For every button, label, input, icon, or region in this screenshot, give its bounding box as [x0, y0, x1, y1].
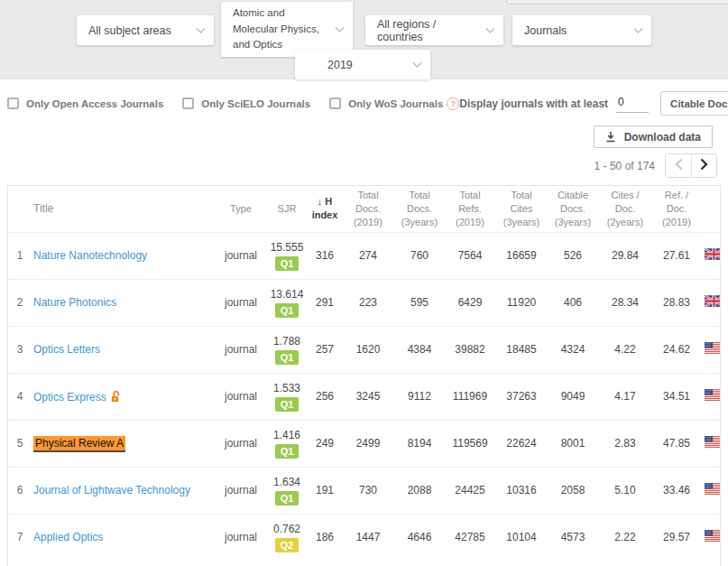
sjr-value: 13.614	[266, 288, 308, 301]
journal-link[interactable]: Optics Express	[33, 391, 106, 404]
doc-type-dropdown[interactable]: Journals	[512, 15, 651, 45]
page-range-label: 1 - 50 of 174	[594, 160, 655, 172]
pager-buttons	[665, 153, 717, 178]
cell-refs_per_doc_2019: 24.62	[652, 326, 701, 373]
cell-title: Applied Optics	[32, 514, 216, 561]
question-mark-icon[interactable]: ?	[447, 97, 459, 110]
cell-rank: 1	[8, 232, 32, 279]
column-header-flag	[701, 186, 721, 232]
display-filter-label: Display journals with at least	[459, 97, 608, 110]
table-row: 2Nature Photonicsjournal13.614Q129122359…	[8, 279, 721, 326]
cell-total_docs_3years: 760	[394, 232, 445, 279]
cell-sjr: 1.416Q1	[266, 420, 308, 467]
sjr-value: 1.533	[266, 382, 308, 394]
column-header-title[interactable]: Title	[32, 186, 216, 232]
cell-total_docs_3years: 4384	[394, 326, 445, 373]
column-header-total_docs_3years[interactable]: Total Docs. (3years)	[394, 186, 445, 232]
table-row: 3Optics Lettersjournal1.788Q125716204384…	[8, 326, 721, 373]
cell-type: journal	[216, 279, 266, 326]
cell-type: journal	[216, 326, 266, 373]
cell-total_refs_2019: 111969	[445, 373, 495, 420]
cell-country	[701, 467, 721, 514]
cell-rank: 4	[8, 373, 32, 420]
column-header-total_refs_2019[interactable]: Total Refs. (2019)	[445, 186, 495, 232]
column-header-cites_per_doc_2years[interactable]: Cites / Doc. (2years)	[598, 186, 652, 232]
cell-total_refs_2019: 24425	[445, 467, 495, 514]
cell-h_index: 291	[308, 279, 342, 326]
subject-area-dropdown[interactable]: All subject areas	[77, 15, 214, 45]
cell-total_docs_3years: 9112	[394, 373, 445, 420]
previous-page-button[interactable]	[666, 154, 691, 177]
column-header-total_cites_3years[interactable]: Total Cites (3years)	[495, 186, 548, 232]
cell-title: Optics Letters	[32, 326, 216, 373]
cell-refs_per_doc_2019: 29.57	[652, 514, 701, 561]
cell-citable_docs_3years: 2058	[548, 467, 598, 514]
cell-sjr: 1.788Q1	[266, 326, 308, 373]
checkbox-icon[interactable]	[7, 97, 19, 109]
cell-refs_per_doc_2019: 34.51	[652, 373, 701, 420]
flag-icon-united-states	[705, 436, 722, 448]
journal-link[interactable]: Applied Optics	[33, 531, 103, 543]
sjr-value: 15.555	[266, 241, 308, 254]
column-header-citable_docs_3years[interactable]: Citable Docs. (3years)	[548, 186, 598, 232]
quartile-badge: Q1	[275, 350, 299, 365]
cell-rank: 3	[8, 326, 32, 373]
cell-h_index: 316	[308, 232, 342, 279]
cell-total_docs_2019: 274	[342, 232, 394, 279]
download-label: Download data	[624, 131, 701, 144]
cell-total_docs_2019: 1620	[342, 326, 394, 373]
journal-link[interactable]: Optics Letters	[33, 343, 100, 356]
cell-cites_per_doc_2years: 4.22	[598, 326, 652, 373]
cell-country	[701, 326, 721, 373]
checkbox-label: Only SciELO Journals	[201, 98, 310, 109]
cell-h_index: 256	[308, 373, 342, 420]
main-content: Only Open Access Journals Only SciELO Jo…	[0, 91, 728, 566]
column-header-refs_per_doc_2019[interactable]: Ref. / Doc. (2019)	[652, 186, 701, 232]
column-header-total_docs_2019[interactable]: Total Docs. (2019)	[342, 186, 394, 232]
journals-table: TitleTypeSJR↓ H indexTotal Docs. (2019)T…	[8, 186, 721, 561]
sjr-value: 1.416	[266, 429, 308, 441]
region-dropdown[interactable]: All regions / countries	[365, 15, 503, 45]
next-page-button[interactable]	[691, 154, 716, 177]
column-header-h_index[interactable]: ↓ H index	[308, 186, 342, 232]
cell-h_index: 191	[308, 467, 342, 514]
cell-country	[701, 514, 721, 561]
checkbox-only-open-access[interactable]: Only Open Access Journals	[7, 97, 163, 109]
cell-total_cites_3years: 18485	[495, 326, 548, 373]
cell-refs_per_doc_2019: 27.61	[652, 232, 701, 279]
column-header-sjr[interactable]: SJR	[266, 186, 308, 232]
cell-sjr: 15.555Q1	[266, 232, 308, 279]
download-data-button[interactable]: Download data	[594, 125, 713, 148]
year-dropdown[interactable]: 2019	[295, 50, 430, 79]
cell-citable_docs_3years: 4324	[548, 326, 598, 373]
cell-total_cites_3years: 22624	[495, 420, 548, 467]
journal-link[interactable]: Nature Nanotechnology	[33, 249, 147, 262]
column-header-type[interactable]: Type	[216, 186, 266, 232]
cell-citable_docs_3years: 406	[548, 279, 598, 326]
checkbox-icon[interactable]	[329, 97, 341, 109]
cell-citable_docs_3years: 4573	[548, 514, 598, 561]
subject-category-dropdown[interactable]: Atomic and Molecular Physics, and Optics	[221, 2, 353, 57]
chevron-down-icon	[485, 27, 495, 33]
quartile-badge: Q1	[275, 303, 299, 318]
table-row: 7Applied Opticsjournal0.762Q218614474646…	[8, 514, 721, 561]
chevron-down-icon	[412, 61, 422, 68]
metric-dropdown[interactable]: Citable Docs. (3years)	[660, 91, 728, 116]
min-value-input[interactable]	[616, 94, 649, 113]
checkbox-only-wos[interactable]: Only WoS Journals ?	[329, 97, 459, 110]
checkbox-icon[interactable]	[182, 97, 194, 109]
cell-h_index: 257	[308, 326, 342, 373]
cell-citable_docs_3years: 9049	[548, 373, 598, 420]
cell-total_cites_3years: 37263	[495, 373, 548, 420]
cell-total_cites_3years: 11920	[495, 279, 548, 326]
quartile-badge: Q2	[275, 538, 299, 552]
checkbox-only-scielo[interactable]: Only SciELO Journals	[182, 97, 310, 109]
flag-icon-united-states	[705, 530, 722, 542]
pagination: 1 - 50 of 174	[7, 153, 721, 178]
journal-link[interactable]: Nature Photonics	[33, 296, 116, 309]
chevron-down-icon	[335, 26, 345, 32]
flag-icon-united-states	[705, 389, 722, 401]
journal-link[interactable]: Physical Review A	[33, 436, 125, 452]
cell-sjr: 1.634Q1	[266, 467, 308, 514]
journal-link[interactable]: Journal of Lightwave Technology	[33, 484, 190, 496]
